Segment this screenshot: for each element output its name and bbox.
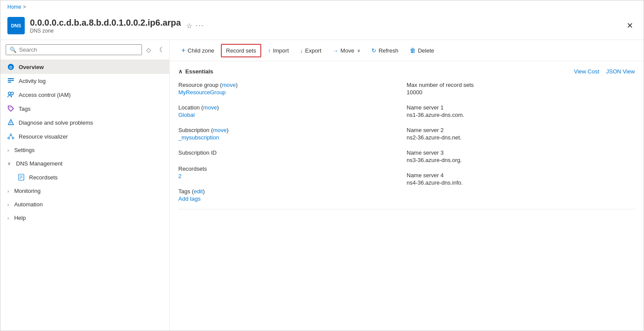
resource-group-value[interactable]: MyResourceGroup xyxy=(178,89,226,96)
child-zone-button[interactable]: + Child zone xyxy=(177,43,219,57)
page-subtitle: DNS zone xyxy=(30,28,181,34)
json-view-link[interactable]: JSON View xyxy=(606,68,635,75)
sidebar-item-overview[interactable]: D Overview xyxy=(0,60,169,74)
sidebar-item-dns-management[interactable]: ∨ DNS Management xyxy=(0,157,169,170)
name-server-1-label: Name server 1 xyxy=(407,104,635,111)
activity-log-icon xyxy=(7,77,14,84)
dns-management-chevron-icon: ∨ xyxy=(7,161,11,166)
visualizer-icon xyxy=(7,133,14,140)
resource-group-move-link[interactable]: move xyxy=(222,82,236,88)
move-button[interactable]: → Move ∨ xyxy=(328,44,365,57)
essentials-section: ∧ Essentials View Cost JSON View Resourc… xyxy=(170,61,644,209)
import-label: Import xyxy=(273,47,289,54)
essentials-grid: Resource group (move) MyResourceGroup Lo… xyxy=(178,82,635,202)
move-label: Move xyxy=(341,47,355,54)
subscription-move-link[interactable]: move xyxy=(213,127,227,133)
search-input[interactable] xyxy=(19,46,138,53)
max-record-sets-field: Max number of record sets 10000 xyxy=(407,82,635,96)
sidebar-item-recordsets[interactable]: Recordsets xyxy=(0,170,169,184)
page-title: 0.0.0.0.c.d.b.a.8.b.d.0.1.0.0.2.ip6.arpa xyxy=(30,18,181,28)
sidebar-item-automation[interactable]: › Automation xyxy=(0,198,169,211)
essentials-label: Essentials xyxy=(185,68,213,75)
sidebar-item-help[interactable]: › Help xyxy=(0,211,169,225)
name-server-2-value: ns2-36.azure-dns.net. xyxy=(407,134,635,141)
content-area: + Child zone Record sets ↑ Import ↓ Expo… xyxy=(170,40,644,331)
sidebar-item-access-control[interactable]: Access control (IAM) xyxy=(0,88,169,102)
close-button[interactable]: ✕ xyxy=(623,19,637,32)
svg-point-10 xyxy=(10,134,12,136)
collapse-sidebar-icon[interactable]: 《 xyxy=(154,45,164,55)
sidebar-item-monitoring[interactable]: › Monitoring xyxy=(0,184,169,198)
import-button[interactable]: ↑ Import xyxy=(263,44,293,57)
search-area: 🔍 ◇ 《 xyxy=(0,40,169,60)
sidebar-item-activity-log[interactable]: Activity log xyxy=(0,74,169,88)
location-value[interactable]: Global xyxy=(178,112,195,118)
diagnose-icon xyxy=(7,119,14,126)
recordsets-field: Recordsets 2 xyxy=(178,166,407,179)
favorite-star-icon[interactable]: ☆ xyxy=(186,22,192,30)
refresh-label: Refresh xyxy=(378,47,398,54)
add-tags-link[interactable]: Add tags xyxy=(178,195,200,202)
svg-point-9 xyxy=(10,123,11,124)
overview-icon: D xyxy=(7,63,14,70)
header-title-group: 0.0.0.0.c.d.b.a.8.b.d.0.1.0.0.2.ip6.arpa… xyxy=(30,18,181,34)
settings-chevron-icon: › xyxy=(7,148,9,153)
svg-rect-4 xyxy=(8,82,11,83)
recordsets-value[interactable]: 2 xyxy=(178,173,407,179)
record-sets-button[interactable]: Record sets xyxy=(221,44,261,57)
export-label: Export xyxy=(305,47,322,54)
sidebar-item-label: Tags xyxy=(19,106,30,112)
subscription-id-field: Subscription ID xyxy=(178,149,407,157)
name-server-4-value: ns4-36.azure-dns.info. xyxy=(407,179,635,186)
essentials-header: ∧ Essentials View Cost JSON View xyxy=(178,68,635,75)
name-server-4-field: Name server 4 ns4-36.azure-dns.info. xyxy=(407,172,635,186)
essentials-links: View Cost JSON View xyxy=(574,68,635,75)
max-record-sets-value: 10000 xyxy=(407,89,635,96)
sidebar-item-settings[interactable]: › Settings xyxy=(0,143,169,157)
child-zone-icon: + xyxy=(181,46,185,54)
search-actions: ◇ 《 xyxy=(145,45,164,55)
delete-icon: 🗑 xyxy=(410,47,416,54)
recordsets-label: Recordsets xyxy=(178,166,407,172)
svg-line-14 xyxy=(11,136,13,137)
subscription-field: Subscription (move) _mysubscription xyxy=(178,127,407,141)
breadcrumb-home[interactable]: Home xyxy=(7,4,21,10)
search-icon: 🔍 xyxy=(10,46,16,53)
svg-text:D: D xyxy=(10,65,13,70)
essentials-collapse-icon[interactable]: ∧ xyxy=(178,68,183,75)
export-button[interactable]: ↓ Export xyxy=(296,44,326,57)
tags-edit-link[interactable]: edit xyxy=(194,188,203,195)
svg-point-11 xyxy=(8,137,10,139)
sidebar-item-tags[interactable]: Tags xyxy=(0,102,169,116)
monitoring-chevron-icon: › xyxy=(7,189,9,194)
toolbar: + Child zone Record sets ↑ Import ↓ Expo… xyxy=(170,40,644,61)
header-action-group: ☆ ··· xyxy=(186,22,204,30)
export-icon: ↓ xyxy=(300,47,303,54)
svg-point-5 xyxy=(8,92,11,95)
automation-chevron-icon: › xyxy=(7,202,9,207)
more-options-icon[interactable]: ··· xyxy=(196,22,204,30)
sidebar-item-label: DNS Management xyxy=(16,160,62,167)
view-cost-link[interactable]: View Cost xyxy=(574,68,599,75)
delete-button[interactable]: 🗑 Delete xyxy=(405,44,439,57)
sidebar-item-diagnose[interactable]: Diagnose and solve problems xyxy=(0,116,169,129)
recordsets-icon xyxy=(18,174,25,181)
sidebar-item-label: Resource visualizer xyxy=(19,133,68,140)
sidebar-item-visualizer[interactable]: Resource visualizer xyxy=(0,129,169,143)
search-settings-icon[interactable]: ◇ xyxy=(145,46,153,54)
access-control-icon xyxy=(7,91,14,98)
sidebar-item-label: Automation xyxy=(14,201,43,208)
resource-icon: DNS xyxy=(7,17,25,34)
import-icon: ↑ xyxy=(268,47,271,54)
subscription-value[interactable]: _mysubscription xyxy=(178,134,219,141)
move-dropdown-icon: ∨ xyxy=(357,48,360,53)
refresh-button[interactable]: ↻ Refresh xyxy=(367,44,403,57)
name-server-3-value: ns3-36.azure-dns.org. xyxy=(407,157,635,163)
location-move-link[interactable]: move xyxy=(203,104,217,111)
record-sets-label: Record sets xyxy=(226,47,256,54)
svg-rect-3 xyxy=(8,80,14,81)
name-server-1-value: ns1-36.azure-dns.com. xyxy=(407,112,635,118)
refresh-icon: ↻ xyxy=(371,47,376,54)
sidebar-item-label: Overview xyxy=(19,64,44,70)
tags-field: Tags (edit) Add tags xyxy=(178,188,407,202)
